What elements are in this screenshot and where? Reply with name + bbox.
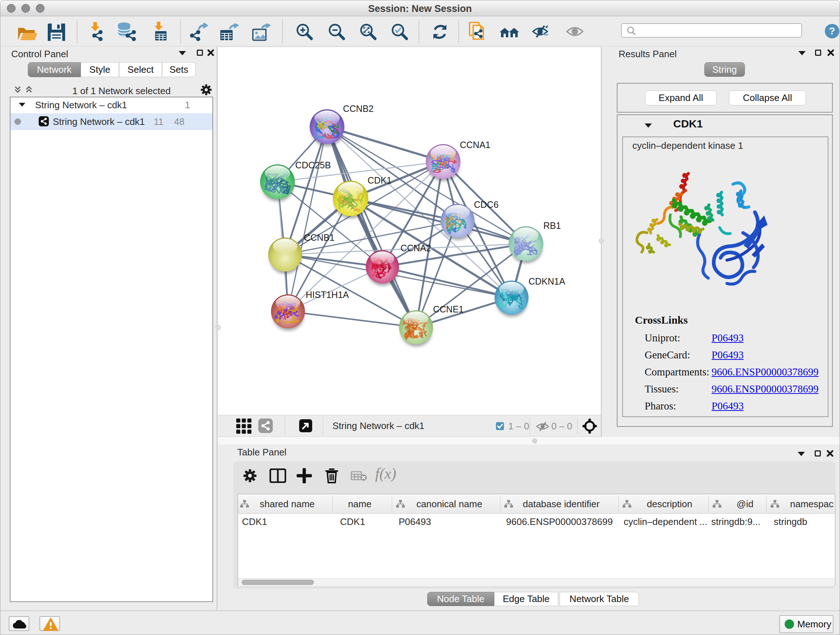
svg-text:RB1: RB1	[543, 220, 561, 231]
svg-text:CCNA2: CCNA2	[401, 243, 431, 253]
svg-text:CDKN1A: CDKN1A	[529, 276, 565, 287]
svg-text:CDC6: CDC6	[474, 200, 499, 210]
svg-text:CCNB1: CCNB1	[304, 233, 335, 242]
svg-text:?: ?	[829, 25, 835, 36]
svg-text:HIST1H1A: HIST1H1A	[306, 290, 349, 300]
svg-text:CCNA1: CCNA1	[460, 140, 491, 150]
svg-text:CDC25B: CDC25B	[295, 160, 331, 170]
svg-text:CDK1: CDK1	[368, 175, 392, 185]
svg-text:CCNB2: CCNB2	[343, 103, 374, 114]
svg-text:CCNE1: CCNE1	[433, 304, 464, 314]
